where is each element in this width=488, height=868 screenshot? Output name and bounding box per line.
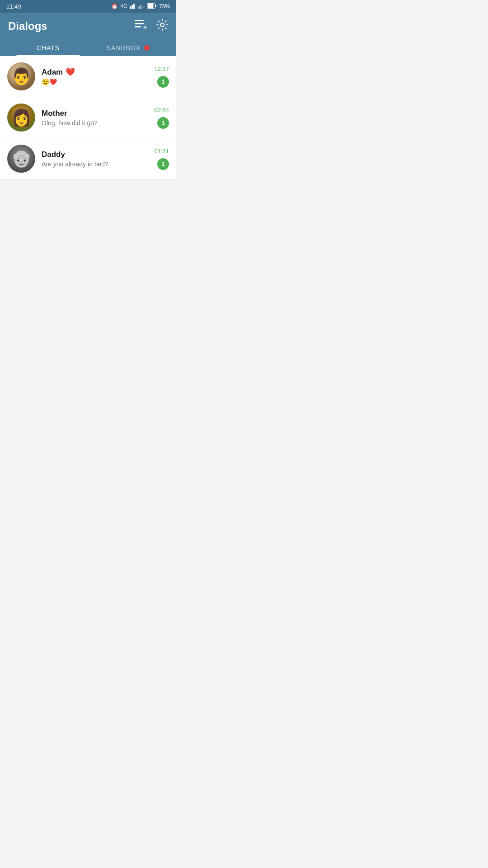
- chat-right-mother: 02:54 1: [154, 107, 169, 129]
- signal-icon: [130, 3, 136, 10]
- settings-button[interactable]: [156, 19, 168, 33]
- svg-point-13: [160, 23, 164, 27]
- svg-rect-10: [135, 23, 144, 24]
- chat-preview-mother: Oleg, how did it go?: [42, 119, 148, 127]
- svg-text:✕: ✕: [142, 5, 145, 9]
- unread-badge-mother: 1: [157, 117, 169, 129]
- chat-right-daddy: 01:31 1: [154, 148, 169, 170]
- chat-time-adam: 12:17: [154, 66, 169, 72]
- header-actions: +: [135, 19, 168, 33]
- chat-preview-adam: 😉❤️: [42, 78, 148, 85]
- chat-item-mother[interactable]: Mother Oleg, how did it go? 02:54 1: [0, 97, 176, 138]
- svg-rect-0: [130, 6, 131, 9]
- battery-icon: [147, 3, 157, 10]
- status-icons: ⏰ 4G ✕ 75%: [111, 3, 170, 10]
- chat-info-daddy: Daddy Are you already in bed?: [42, 150, 148, 168]
- adam-heart-emoji: ❤️: [66, 67, 75, 77]
- header-top: Dialogs +: [8, 19, 168, 40]
- chat-list: Adam ❤️ 😉❤️ 12:17 1 Mother Oleg, how did…: [0, 56, 176, 179]
- chat-item-adam[interactable]: Adam ❤️ 😉❤️ 12:17 1: [0, 56, 176, 97]
- alarm-icon: ⏰: [111, 3, 118, 9]
- tab-chats[interactable]: CHATS: [8, 40, 88, 56]
- chat-name-adam: Adam ❤️: [42, 67, 148, 77]
- signal-x-icon: ✕: [138, 3, 145, 10]
- sandbox-notification-dot: [144, 45, 150, 51]
- chat-preview-daddy: Are you already in bed?: [42, 160, 148, 168]
- svg-rect-9: [135, 20, 144, 21]
- chat-time-mother: 02:54: [154, 107, 169, 113]
- svg-rect-1: [131, 5, 133, 9]
- chat-info-mother: Mother Oleg, how did it go?: [42, 109, 148, 127]
- svg-rect-8: [147, 4, 153, 8]
- svg-rect-4: [140, 5, 141, 9]
- svg-rect-3: [138, 6, 140, 9]
- chat-info-adam: Adam ❤️ 😉❤️: [42, 67, 148, 85]
- tab-sandbox[interactable]: SANDBOX: [88, 40, 168, 56]
- avatar-mother: [7, 104, 35, 132]
- svg-rect-11: [135, 26, 141, 28]
- chat-name-daddy: Daddy: [42, 150, 148, 159]
- header: Dialogs + CHATS: [0, 13, 176, 56]
- network-label: 4G: [120, 3, 127, 9]
- chat-item-daddy[interactable]: Daddy Are you already in bed? 01:31 1: [0, 138, 176, 179]
- chat-right-adam: 12:17 1: [154, 66, 169, 88]
- chat-time-daddy: 01:31: [154, 148, 169, 155]
- svg-rect-2: [133, 4, 135, 9]
- chat-name-mother: Mother: [42, 109, 148, 118]
- unread-badge-adam: 1: [157, 76, 169, 88]
- new-chat-button[interactable]: +: [135, 20, 147, 33]
- avatar-daddy: [7, 145, 35, 173]
- tabs: CHATS SANDBOX: [8, 40, 168, 56]
- status-bar: 11:49 ⏰ 4G ✕: [0, 0, 176, 13]
- svg-rect-7: [155, 5, 156, 7]
- avatar-adam: [7, 62, 35, 90]
- status-time: 11:49: [6, 3, 21, 10]
- battery-percent: 75%: [159, 3, 170, 9]
- unread-badge-daddy: 1: [157, 158, 169, 170]
- page-title: Dialogs: [8, 20, 47, 33]
- svg-text:+: +: [143, 24, 147, 30]
